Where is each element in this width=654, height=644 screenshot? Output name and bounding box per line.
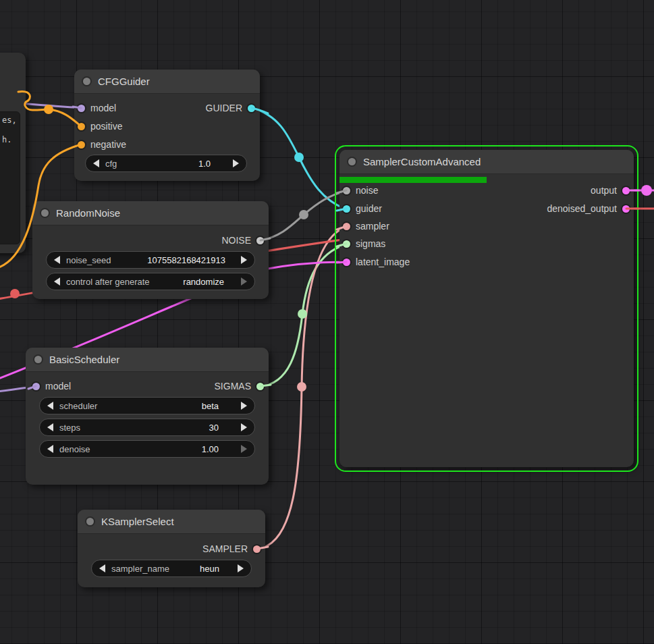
wire-noise	[261, 191, 346, 240]
widget-cfg[interactable]: cfg 1.0	[85, 155, 247, 172]
node-ksamplerselect[interactable]: KSamplerSelect SAMPLER sampler_name heun	[78, 510, 265, 587]
output-row-sampler[interactable]: SAMPLER	[78, 543, 261, 555]
decrement-arrow-icon[interactable]	[54, 256, 60, 264]
port-label: NOISE	[221, 235, 251, 246]
input-row-positive[interactable]: positive	[78, 120, 122, 132]
collapse-dot[interactable]	[83, 78, 90, 85]
guider-output-port[interactable]	[248, 105, 255, 112]
widget-noise-seed[interactable]: noise_seed 1075582168421913	[46, 251, 255, 269]
widget-control-after-generate[interactable]: control after generate randomize	[46, 273, 255, 290]
collapse-dot[interactable]	[41, 209, 49, 217]
node-cfgguider[interactable]: CFGGuider model positive negative GUIDER…	[74, 70, 260, 181]
widget-value[interactable]: randomize	[183, 277, 224, 287]
widget-value[interactable]: 1.0	[198, 159, 211, 169]
output-row-output[interactable]: output	[339, 184, 630, 196]
widget-value[interactable]: beta	[202, 401, 219, 411]
latent-output-port[interactable]	[622, 205, 630, 213]
widget-label: scheduler	[59, 401, 97, 411]
prev-option-arrow-icon[interactable]	[99, 564, 105, 572]
conditioning-input-port[interactable]	[78, 141, 85, 149]
wire-midpoint-dot	[297, 382, 306, 392]
node-samplercustomadvanced[interactable]: SamplerCustomAdvanced noise guider sampl…	[339, 150, 634, 467]
increment-arrow-icon[interactable]	[233, 159, 239, 167]
decrement-arrow-icon[interactable]	[47, 423, 53, 431]
next-option-arrow-icon[interactable]	[241, 277, 247, 286]
sampler-output-port[interactable]	[253, 545, 261, 553]
widget-label: noise_seed	[66, 255, 111, 265]
prev-option-arrow-icon[interactable]	[47, 402, 53, 410]
input-row-latent-image[interactable]: latent_image	[343, 256, 410, 268]
node-header[interactable]: SamplerCustomAdvanced	[339, 150, 634, 174]
progress-bar-track	[339, 177, 634, 183]
output-row-noise[interactable]: NOISE	[32, 234, 264, 246]
widget-label: control after generate	[66, 277, 150, 287]
port-label: SIGMAS	[215, 381, 251, 392]
wire-midpoint-dot	[641, 185, 652, 196]
text-line: es,	[2, 115, 17, 125]
next-option-arrow-icon[interactable]	[241, 402, 247, 410]
widget-value[interactable]: 30	[209, 423, 219, 433]
port-label: output	[591, 185, 617, 196]
node-header[interactable]: CFGGuider	[74, 70, 260, 94]
input-row-negative[interactable]: negative	[78, 138, 126, 151]
port-label: sigmas	[356, 238, 385, 249]
wire-midpoint-dot	[44, 105, 53, 114]
node-header[interactable]: KSamplerSelect	[78, 510, 265, 534]
sigmas-output-port[interactable]	[256, 383, 264, 390]
collapse-dot[interactable]	[86, 518, 94, 525]
increment-arrow-icon[interactable]	[241, 423, 247, 431]
wire-midpoint-dot	[298, 309, 307, 319]
wire-midpoint-dot	[10, 289, 20, 298]
node-graph-canvas[interactable]: G es, h. CFGGuider model positive negati…	[0, 0, 654, 644]
input-row-sampler[interactable]: sampler	[343, 220, 389, 232]
node-header[interactable]: RandomNoise	[32, 201, 269, 225]
widget-label: cfg	[105, 159, 117, 169]
port-label: SAMPLER	[202, 543, 248, 554]
node-title: SamplerCustomAdvanced	[363, 156, 481, 167]
output-row-denoised-output[interactable]: denoised_output	[339, 203, 630, 215]
noise-output-port[interactable]	[256, 237, 264, 244]
widget-scheduler[interactable]: scheduler beta	[39, 397, 255, 414]
port-label: sampler	[356, 221, 389, 232]
node-clip-text-partial[interactable]: G es, h.	[0, 53, 26, 253]
sampler-input-port[interactable]	[343, 223, 350, 230]
collapse-dot[interactable]	[34, 356, 42, 363]
increment-arrow-icon[interactable]	[241, 256, 247, 264]
widget-label: sampler_name	[111, 564, 169, 574]
node-basicscheduler[interactable]: BasicScheduler model SIGMAS scheduler be…	[26, 348, 269, 485]
widget-steps[interactable]: steps 30	[39, 419, 255, 436]
widget-value[interactable]: heun	[200, 564, 219, 574]
port-label: positive	[90, 121, 122, 132]
widget-label: denoise	[59, 444, 90, 454]
widget-denoise[interactable]: denoise 1.00	[39, 440, 255, 458]
decrement-arrow-icon[interactable]	[47, 445, 53, 453]
output-row-guider[interactable]: GUIDER	[74, 102, 255, 114]
output-row-sigmas[interactable]: SIGMAS	[26, 380, 264, 392]
latent-output-port[interactable]	[622, 187, 630, 194]
wire-conditioning-positive	[18, 92, 81, 126]
widget-sampler-name[interactable]: sampler_name heun	[91, 560, 252, 577]
progress-bar	[339, 177, 487, 183]
text-line: h.	[2, 135, 11, 144]
node-title: KSamplerSelect	[101, 516, 174, 527]
input-row-sigmas[interactable]: sigmas	[343, 238, 385, 250]
next-option-arrow-icon[interactable]	[238, 564, 244, 572]
collapse-dot[interactable]	[348, 158, 356, 165]
widget-value[interactable]: 1.00	[202, 444, 219, 454]
wire-sampler	[258, 227, 346, 549]
text-widget[interactable]: es, h.	[0, 111, 20, 244]
prev-option-arrow-icon[interactable]	[54, 277, 60, 286]
node-header[interactable]: BasicScheduler	[26, 348, 269, 372]
latent-input-port[interactable]	[343, 259, 350, 266]
port-label: GUIDER	[206, 103, 242, 113]
wire-sigmas	[261, 244, 346, 386]
node-title: BasicScheduler	[49, 354, 119, 365]
sigmas-input-port[interactable]	[343, 240, 350, 248]
widget-value[interactable]: 1075582168421913	[147, 255, 225, 265]
conditioning-input-port[interactable]	[78, 123, 85, 130]
decrement-arrow-icon[interactable]	[93, 159, 99, 167]
node-randomnoise[interactable]: RandomNoise NOISE noise_seed 10755821684…	[32, 201, 269, 299]
port-label: denoised_output	[547, 203, 617, 214]
increment-arrow-icon[interactable]	[241, 445, 247, 453]
node-title: CFGGuider	[98, 76, 150, 87]
